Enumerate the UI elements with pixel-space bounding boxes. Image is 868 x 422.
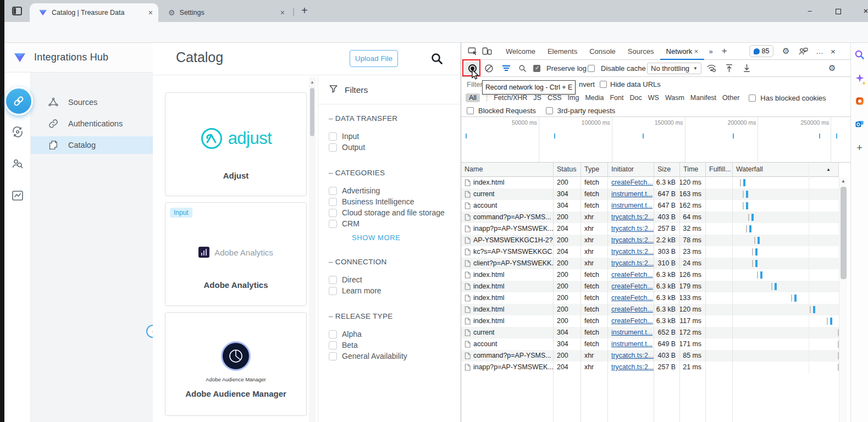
preserve-log-checkbox[interactable]	[533, 65, 540, 72]
initiator-link[interactable]: instrument.t...	[611, 188, 653, 200]
catalog-search-icon[interactable]	[430, 52, 444, 68]
new-tab-button[interactable]: +	[301, 5, 308, 16]
hide-data-urls-checkbox[interactable]	[600, 81, 607, 88]
sidebar-item-authentications[interactable]: Authentications	[31, 115, 153, 132]
outlook-icon[interactable]	[855, 119, 865, 131]
sidebar-item-catalog[interactable]: Catalog	[31, 136, 153, 154]
copilot-sparkle-icon[interactable]	[855, 73, 865, 85]
initiator-link[interactable]: trycatch.ts:2...	[611, 212, 654, 223]
devtools-tab-close-icon[interactable]: ×	[692, 47, 698, 55]
table-row[interactable]: index.html200fetchcreateFetch...6.3 kB13…	[461, 292, 839, 304]
table-row[interactable]: account304fetchinstrument.t...649 B171 m…	[461, 338, 839, 350]
network-settings-gear-icon[interactable]: ⚙	[828, 63, 836, 73]
table-row[interactable]: index.html200fetchcreateFetch...6.3 kB12…	[461, 269, 839, 281]
checkbox[interactable]	[329, 341, 337, 349]
pill-css[interactable]: CSS	[548, 94, 562, 102]
disable-cache-label[interactable]: Disable cache	[601, 64, 646, 73]
has-blocked-cookies-checkbox[interactable]	[749, 95, 756, 102]
initiator-link[interactable]: trycatch.ts:2...	[611, 235, 654, 246]
filter-option-label[interactable]: General Availability	[342, 352, 407, 360]
column-header-type[interactable]: Type	[581, 163, 608, 177]
throttling-select[interactable]: No throttling▼	[647, 63, 701, 74]
initiator-link[interactable]: instrument.t...	[611, 327, 653, 338]
rail-chart-icon[interactable]	[11, 189, 24, 202]
network-timeline-overview[interactable]: 50000 ms100000 ms150000 ms200000 ms25000…	[461, 117, 851, 163]
initiator-link[interactable]: createFetch...	[611, 292, 653, 304]
initiator-link[interactable]: createFetch...	[611, 177, 653, 188]
checkbox[interactable]	[329, 187, 337, 195]
table-row[interactable]: AP-YSMSWEKKGC1H-2?...200xhrtrycatch.ts:2…	[461, 235, 839, 246]
checkbox[interactable]	[329, 198, 337, 206]
devtools-settings-gear-icon[interactable]: ⚙	[782, 46, 789, 56]
import-har-icon[interactable]	[725, 64, 733, 73]
table-row[interactable]: current304fetchinstrument.t...647 B163 m…	[461, 188, 839, 200]
filter-option-label[interactable]: Learn more	[342, 286, 382, 295]
initiator-link[interactable]: trycatch.ts:2...	[611, 223, 654, 235]
pill-manifest[interactable]: Manifest	[690, 94, 716, 102]
office-icon[interactable]	[855, 96, 865, 108]
table-row[interactable]: current304fetchinstrument.t...652 B172 m…	[461, 327, 839, 338]
rail-audience-search-icon[interactable]	[11, 157, 24, 170]
export-har-icon[interactable]	[743, 64, 751, 73]
filter-option-label[interactable]: Output	[342, 143, 365, 152]
table-row[interactable]: command?p=AP-YSMS...200xhrtrycatch.ts:2.…	[461, 350, 839, 362]
column-header-status[interactable]: Status	[554, 163, 581, 177]
preserve-log-label[interactable]: Preserve log	[546, 64, 587, 73]
column-header-name[interactable]: Name	[461, 163, 554, 177]
tab-catalog[interactable]: Catalog | Treasure Data ×	[30, 3, 158, 22]
filter-option-label[interactable]: Business Intelligence	[342, 197, 414, 206]
feedback-icon[interactable]	[799, 47, 808, 55]
pill-ws[interactable]: WS	[648, 94, 659, 102]
devtools-tab-console[interactable]: Console	[583, 43, 622, 60]
scroll-up-arrow-icon[interactable]: ▲	[309, 80, 316, 85]
checkbox[interactable]	[329, 330, 337, 338]
pill-all[interactable]: All	[466, 93, 480, 102]
issues-counter-badge[interactable]: 85	[749, 45, 773, 57]
pill-font[interactable]: Font	[610, 94, 623, 102]
disable-cache-checkbox[interactable]	[588, 65, 595, 72]
pill-img[interactable]: Img	[568, 94, 579, 102]
checkbox[interactable]	[329, 143, 337, 152]
table-row[interactable]: inapp?p=AP-YSMSWEK...204xhrtrycatch.ts:2…	[461, 223, 839, 235]
sidebar-search-icon[interactable]	[854, 49, 865, 62]
checkbox[interactable]	[329, 220, 337, 228]
table-row[interactable]: index.html200fetchcreateFetch...6.3 kB12…	[461, 177, 839, 188]
pill-doc[interactable]: Doc	[630, 94, 642, 102]
checkbox[interactable]	[329, 276, 337, 284]
table-row[interactable]: index.html200fetchcreateFetch...6.3 kB12…	[461, 304, 839, 315]
devtools-close-icon[interactable]: ×	[831, 47, 836, 56]
devtools-table-scrollbar[interactable]: ▲	[839, 177, 847, 422]
rail-sync-gear-icon[interactable]	[11, 125, 24, 138]
initiator-link[interactable]: instrument.t...	[611, 338, 653, 350]
filter-option-label[interactable]: Input	[342, 132, 359, 141]
tab-actions-menu-icon[interactable]	[9, 4, 25, 18]
column-header-fulfill[interactable]: Fulfill...	[706, 163, 733, 177]
initiator-link[interactable]: createFetch...	[611, 304, 653, 315]
table-row[interactable]: index.html200fetchcreateFetch...6.3 kB17…	[461, 281, 839, 292]
checkbox[interactable]	[329, 287, 337, 295]
device-toolbar-icon[interactable]	[482, 47, 492, 55]
column-header-waterfall[interactable]: Waterfall▲	[733, 163, 839, 177]
window-minimize-button[interactable]: –	[801, 4, 818, 18]
initiator-link[interactable]: trycatch.ts:2...	[611, 246, 654, 258]
checkbox[interactable]	[329, 352, 337, 360]
devtools-add-tab-icon[interactable]: +	[722, 46, 727, 57]
table-row[interactable]: inapp?p=AP-YSMSWEK...204xhrtrycatch.ts:2…	[461, 362, 839, 373]
more-tabs-chevron-icon[interactable]: »	[709, 47, 712, 55]
window-close-button[interactable]: ×	[858, 4, 868, 18]
table-row[interactable]: client?p=AP-YSMSWEKK...200xhrtrycatch.ts…	[461, 258, 839, 269]
blocked-requests-label[interactable]: Blocked Requests	[478, 107, 536, 115]
filter-option-label[interactable]: Alpha	[342, 330, 362, 338]
sidebar-add-icon[interactable]: +	[856, 142, 863, 154]
network-conditions-icon[interactable]	[706, 64, 716, 73]
initiator-link[interactable]: createFetch...	[611, 281, 653, 292]
devtools-tab-sources[interactable]: Sources	[622, 43, 660, 60]
initiator-link[interactable]: trycatch.ts:2...	[611, 350, 654, 362]
tab-settings[interactable]: ⚙ Settings ×	[161, 3, 290, 22]
inspect-element-icon[interactable]	[468, 47, 478, 55]
tab-close-icon[interactable]: ×	[277, 8, 288, 17]
rail-integrations-icon[interactable]	[4, 87, 33, 115]
hide-data-urls-label[interactable]: Hide data URLs	[610, 80, 661, 88]
third-party-checkbox[interactable]	[546, 107, 553, 114]
blocked-requests-checkbox[interactable]	[467, 107, 474, 114]
